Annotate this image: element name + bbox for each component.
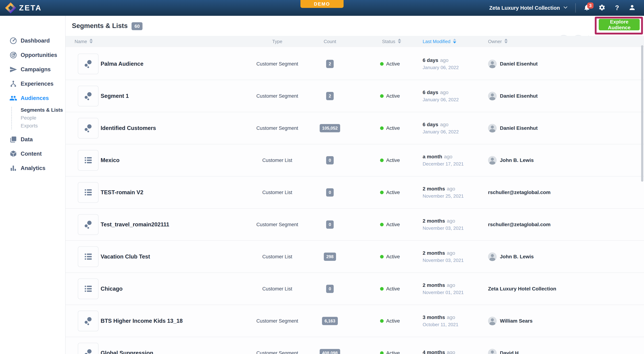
status-dot-icon [380, 223, 384, 226]
help-button[interactable]: ? [613, 4, 621, 12]
column-header-count[interactable]: Count [303, 36, 357, 47]
customer-segment-icon [78, 118, 98, 138]
segment-name[interactable]: Vacation Club Test [100, 254, 150, 260]
table-row[interactable]: Segment 1Customer Segment2Active6 daysag… [66, 80, 644, 112]
table-row[interactable]: Palma AudienceCustomer Segment2Active6 d… [66, 48, 644, 80]
sidebar-item-label: Campaigns [21, 66, 51, 73]
column-header-name[interactable]: Name [74, 36, 93, 47]
column-header-type[interactable]: Type [250, 36, 304, 47]
status-cell: Active [380, 190, 400, 195]
sidebar-subsection-audiences: Segments & ListsPeopleExports [0, 105, 65, 132]
column-header-status[interactable]: Status [382, 36, 401, 47]
question-mark-icon: ? [615, 4, 619, 12]
customer-segment-icon [78, 311, 98, 331]
sort-icon [504, 38, 508, 43]
table-row[interactable]: MexicoCustomer List0Activea monthagoDece… [66, 144, 644, 176]
modified-date: October 11, 2021 [422, 322, 458, 328]
sidebar-item-data[interactable]: Data [0, 132, 65, 147]
page-title: Segments & Lists60 [72, 16, 142, 36]
modified-relative: 2 months [422, 250, 445, 256]
owner-name: rschuller@zetaglobal.com [488, 190, 550, 195]
paper-plane-icon [9, 65, 17, 73]
segment-name[interactable]: Test_travel_romain202111 [100, 221, 169, 228]
status-cell: Active [380, 157, 400, 163]
modified-date: November 01, 2021 [422, 290, 464, 295]
modified-suffix: ago [440, 122, 448, 127]
segment-name[interactable]: Chicago [100, 286, 122, 292]
segment-type: Customer Segment [250, 61, 304, 67]
segment-name[interactable]: Mexico [100, 157, 120, 164]
segment-name[interactable]: TEST-romain V2 [100, 189, 144, 196]
last-modified-cell: 6 daysagoJanuary 06, 2022 [422, 57, 459, 70]
table-row[interactable]: Identified CustomersCustomer Segment105,… [66, 112, 644, 144]
segment-type: Customer Segment [250, 93, 304, 99]
segment-name[interactable]: Global Suppression [100, 350, 153, 354]
sidebar-item-experiences[interactable]: Experiences [0, 77, 65, 91]
explore-audience-button[interactable]: Explore Audience [599, 19, 640, 30]
count-cell: 0 [303, 156, 357, 164]
user-menu-button[interactable] [628, 4, 636, 12]
status-label: Active [386, 61, 400, 67]
modified-suffix: ago [447, 282, 455, 288]
account-selector[interactable]: Zeta Luxury Hotel Collection [489, 5, 568, 11]
sidebar-subitem-segments-lists[interactable]: Segments & Lists [0, 106, 65, 114]
status-label: Active [386, 318, 400, 324]
modified-relative: 6 days [422, 122, 438, 127]
total-count-badge: 60 [132, 22, 142, 30]
modified-relative: 2 months [422, 186, 445, 192]
topbar-divider [575, 3, 576, 12]
count-badge: 0 [326, 220, 334, 229]
owner-name: William Sears [500, 318, 532, 324]
account-name: Zeta Luxury Hotel Collection [489, 5, 560, 11]
sidebar-subitem-exports[interactable]: Exports [0, 122, 65, 130]
status-dot-icon [380, 351, 384, 354]
status-cell: Active [380, 222, 400, 227]
status-cell: Active [380, 125, 400, 131]
modified-suffix: ago [440, 90, 448, 95]
last-modified-cell: 2 monthsagoNovember 03, 2021 [422, 250, 464, 263]
table-row[interactable]: Global SuppressionCustomer Segment408,09… [66, 337, 644, 354]
table-row[interactable]: BTS Higher Income Kids 13_18Customer Seg… [66, 305, 644, 337]
owner-cell: Daniel Eisenhut [488, 92, 538, 100]
segment-name[interactable]: Identified Customers [100, 125, 156, 131]
count-badge: 0 [326, 188, 334, 197]
status-cell: Active [380, 93, 400, 99]
sidebar-item-campaigns[interactable]: Campaigns [0, 62, 65, 77]
sidebar-item-audiences[interactable]: Audiences [0, 91, 65, 105]
avatar [488, 92, 497, 100]
sort-icon-active [453, 38, 456, 43]
status-label: Active [386, 222, 400, 227]
count-cell: 298 [303, 253, 357, 261]
segment-name[interactable]: BTS Higher Income Kids 13_18 [100, 318, 183, 324]
status-dot-icon [380, 191, 384, 194]
modified-date: January 06, 2022 [422, 65, 459, 70]
sidebar-item-label: Data [21, 136, 33, 143]
status-label: Active [386, 286, 400, 292]
count-badge: 2 [326, 60, 334, 68]
count-cell: 0 [303, 285, 357, 293]
status-cell: Active [380, 61, 400, 67]
table-row[interactable]: TEST-romain V2Customer List0Active2 mont… [66, 176, 644, 209]
zeta-logo-icon [5, 2, 16, 14]
modified-suffix: ago [447, 349, 455, 354]
sidebar-subitem-people[interactable]: People [0, 114, 65, 122]
column-header-owner[interactable]: Owner [488, 36, 508, 47]
sidebar-item-analytics[interactable]: Analytics [0, 161, 65, 175]
settings-button[interactable] [598, 4, 606, 12]
avatar [488, 252, 497, 261]
count-badge: 0 [326, 285, 334, 293]
table-header: Name Type Count Status Last Modified Own… [66, 36, 644, 47]
table-row[interactable]: Vacation Club TestCustomer List298Active… [66, 241, 644, 273]
table-row[interactable]: ChicagoCustomer List0Active2 monthsagoNo… [66, 273, 644, 305]
sidebar-item-dashboard[interactable]: Dashboard [0, 33, 65, 48]
notifications-button[interactable]: 3 [583, 4, 591, 12]
sidebar-item-content[interactable]: Content [0, 147, 65, 161]
customer-list-icon [78, 278, 98, 299]
segment-name[interactable]: Palma Audience [100, 61, 144, 67]
owner-name: Daniel Eisenhut [500, 61, 538, 67]
segment-name[interactable]: Segment 1 [100, 93, 129, 99]
column-header-last-modified[interactable]: Last Modified [422, 36, 456, 47]
table-row[interactable]: Test_travel_romain202111Customer Segment… [66, 209, 644, 241]
vertical-scrollbar[interactable] [641, 45, 643, 182]
sidebar-item-opportunities[interactable]: Opportunities [0, 48, 65, 62]
